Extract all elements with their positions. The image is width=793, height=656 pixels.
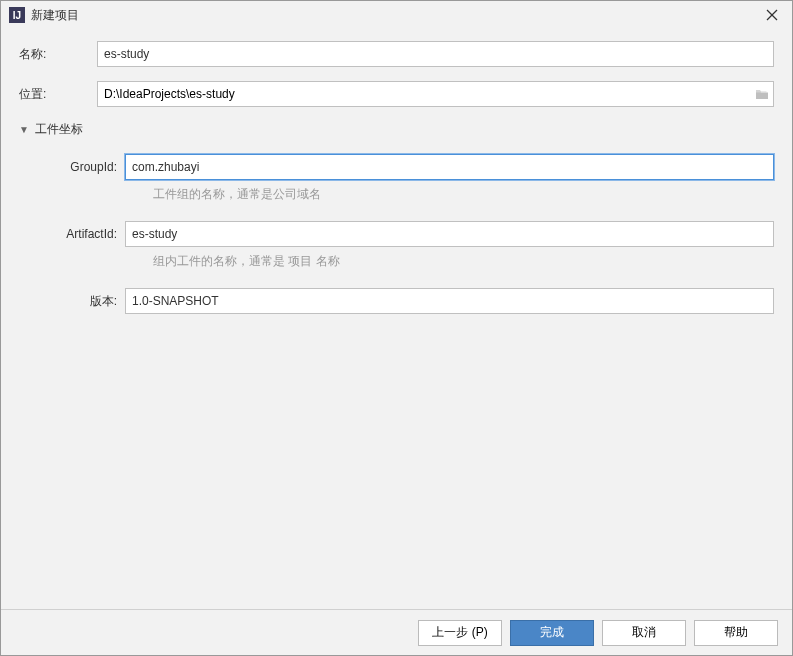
groupid-input[interactable] [125, 154, 774, 180]
groupid-hint: 工件组的名称，通常是公司域名 [47, 186, 774, 203]
version-row: 版本: [47, 288, 774, 314]
name-input[interactable] [97, 41, 774, 67]
artifact-section: GroupId: 工件组的名称，通常是公司域名 ArtifactId: 组内工件… [19, 154, 774, 314]
artifact-section-toggle[interactable]: ▼ 工件坐标 [19, 121, 774, 138]
button-bar: 上一步 (P) 完成 取消 帮助 [1, 609, 792, 655]
version-label: 版本: [47, 293, 125, 310]
groupid-row: GroupId: [47, 154, 774, 180]
finish-button[interactable]: 完成 [510, 620, 594, 646]
folder-icon [755, 89, 769, 100]
artifactid-hint: 组内工件的名称，通常是 项目 名称 [47, 253, 774, 270]
name-label: 名称: [19, 46, 97, 63]
location-label: 位置: [19, 86, 97, 103]
location-input-wrapper [97, 81, 774, 107]
groupid-label: GroupId: [47, 160, 125, 174]
previous-button[interactable]: 上一步 (P) [418, 620, 502, 646]
close-icon [766, 9, 778, 21]
artifactid-row: ArtifactId: [47, 221, 774, 247]
artifactid-label: ArtifactId: [47, 227, 125, 241]
location-row: 位置: [19, 81, 774, 107]
chevron-down-icon: ▼ [19, 124, 33, 135]
artifactid-input[interactable] [125, 221, 774, 247]
titlebar: IJ 新建项目 [1, 1, 792, 29]
window-title: 新建项目 [31, 7, 760, 24]
cancel-button[interactable]: 取消 [602, 620, 686, 646]
browse-folder-button[interactable] [751, 89, 773, 100]
app-icon: IJ [9, 7, 25, 23]
location-input[interactable] [98, 82, 751, 106]
name-row: 名称: [19, 41, 774, 67]
version-input[interactable] [125, 288, 774, 314]
close-button[interactable] [760, 5, 784, 25]
help-button[interactable]: 帮助 [694, 620, 778, 646]
section-title: 工件坐标 [35, 121, 83, 138]
content-area: 名称: 位置: ▼ 工件坐标 GroupId: 工件组的名称，通常是公司域名 A… [1, 29, 792, 314]
